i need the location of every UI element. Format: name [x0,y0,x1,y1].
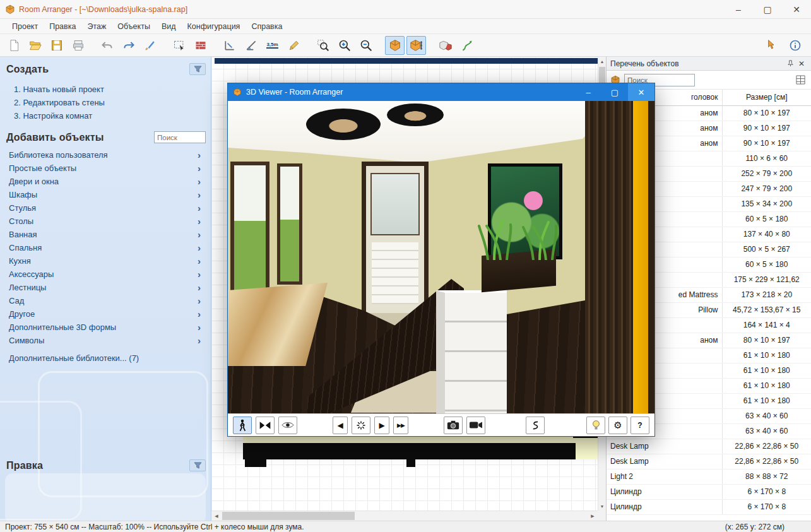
scroll-right-arrow[interactable]: ▶ [588,511,598,521]
viewer-close-button[interactable]: ✕ [628,83,654,101]
object-category-item[interactable]: Аксессуары › [9,268,206,281]
pen-icon[interactable] [284,36,304,55]
view-3d-measure-button[interactable] [406,36,426,55]
object-category-item[interactable]: Символы › [9,334,206,347]
object-category-item[interactable]: Сад › [9,294,206,307]
viewer-3d-scene[interactable] [228,101,654,413]
menu-item[interactable]: Объекты [112,20,156,33]
object-category-item[interactable]: Двери и окна › [9,175,206,188]
object-category-item[interactable]: Простые объекты › [9,162,206,175]
walkthrough-path-icon[interactable] [457,36,477,55]
object-size-cell: 175 × 229 × 121,62 [722,272,811,287]
chevron-right-icon: › [198,231,201,239]
zoom-out-icon[interactable] [356,36,376,55]
undo-icon[interactable] [97,36,117,55]
object-category-item[interactable]: Лестницы › [9,281,206,294]
info-icon[interactable] [785,36,805,55]
angle-dimension-icon[interactable] [241,36,261,55]
fly-mode-button[interactable] [256,417,275,434]
minimize-button[interactable]: – [724,0,753,19]
panel-close-button[interactable]: ✕ [796,59,807,69]
new-icon[interactable] [4,36,23,55]
maximize-button[interactable]: ▢ [753,0,782,19]
object-category-item[interactable]: Спальня › [9,241,206,254]
open-icon[interactable] [25,36,45,55]
dimension-icon[interactable] [220,36,239,55]
light-settings-button[interactable] [586,417,605,434]
step-back-button[interactable]: ◀ [333,417,348,434]
snapshot-button[interactable] [444,417,463,434]
settings-button[interactable]: ⚙ [608,417,627,434]
fast-forward-button[interactable]: ▶▶ [393,417,408,434]
object-category-item[interactable]: Библиотека пользователя › [9,148,206,162]
objects-3d-icon[interactable] [435,36,455,55]
viewer-window[interactable]: 3D Viewer - Room Arranger – ▢ ✕ [227,83,655,437]
sidebar: Создать 1. Начать новый проект2. Редакти… [0,57,211,521]
menu-item[interactable]: Вид [156,20,182,33]
menu-item[interactable]: Справка [246,20,288,33]
scroll-left-arrow[interactable]: ◀ [211,511,222,521]
scroll-up-arrow[interactable]: ▲ [598,57,606,66]
object-size-cell: 88 × 88 × 72 [722,469,811,484]
play-button[interactable]: ▶ [374,417,389,434]
close-button[interactable]: ✕ [782,0,811,19]
help-button[interactable]: ? [630,417,649,434]
horizontal-scroll-thumb[interactable] [222,512,355,520]
save-icon[interactable] [47,36,66,55]
viewer-maximize-button[interactable]: ▢ [601,83,628,101]
panel-pin-button[interactable] [784,59,796,69]
status-bar: Проект: 755 × 540 см -- Масштаб: 100% --… [0,521,811,532]
column-settings-button[interactable] [793,74,807,86]
edit-filter-button[interactable] [189,459,206,471]
view-3d-button[interactable] [385,36,405,55]
object-category-label: Другое [9,309,35,319]
select-area-icon[interactable] [169,36,189,55]
more-libraries-link[interactable]: Дополнительные библиотеки... (7) [0,347,211,364]
menu-item[interactable]: Проект [6,20,44,33]
chevron-right-icon: › [198,151,201,159]
print-icon[interactable] [68,36,88,55]
object-category-item[interactable]: Кухня › [9,254,206,268]
edit-section-header: Правка [0,453,211,474]
object-category-item[interactable]: Стулья › [9,201,206,215]
viewer-minimize-button[interactable]: – [575,83,601,101]
wall-icon[interactable] [191,36,210,55]
object-row[interactable]: Цилиндр 6 × 170 × 8 [607,484,811,499]
walk-mode-button[interactable] [233,417,252,434]
create-step-link[interactable]: 2. Редактировать стены [14,96,204,109]
viewer-title-bar[interactable]: 3D Viewer - Room Arranger – ▢ ✕ [228,83,654,101]
scroll-down-arrow[interactable]: ▼ [598,502,606,511]
orbit-center-button[interactable] [352,417,370,434]
object-search-input[interactable] [154,131,206,143]
object-row[interactable]: Цилиндр 6 × 170 × 8 [607,499,811,514]
stereo-view-button[interactable] [526,417,545,434]
object-row[interactable]: Light 2 88 × 88 × 72 [607,469,811,484]
object-category-item[interactable]: Дополнительные 3D формы › [9,321,206,334]
object-size-cell: 500 × 5 × 267 [722,242,811,257]
menu-item[interactable]: Правка [44,20,81,33]
create-step-link[interactable]: 1. Начать новый проект [14,83,204,96]
look-mode-button[interactable] [278,417,297,434]
chevron-right-icon: › [198,191,201,199]
object-category-item[interactable]: Другое › [9,307,206,321]
menu-item[interactable]: Конфигурация [182,20,246,33]
format-brush-icon[interactable] [140,36,160,55]
object-category-item[interactable]: Ванная › [9,228,206,241]
zoom-area-icon[interactable] [313,36,333,55]
zoom-in-icon[interactable] [334,36,354,55]
object-row[interactable]: Desk Lamp 22,86 × 22,86 × 50 [607,439,811,454]
record-video-button[interactable] [466,417,485,434]
pointer-icon[interactable] [761,36,780,55]
object-category-item[interactable]: Столы › [9,215,206,228]
object-name-cell: Light 2 [607,469,722,484]
plan-wall-stub [245,459,266,467]
object-row[interactable]: Desk Lamp 22,86 × 22,86 × 50 [607,454,811,469]
menu-item[interactable]: Этаж [81,20,112,33]
create-filter-button[interactable] [189,63,206,75]
redo-icon[interactable] [119,36,138,55]
tape-measure-icon[interactable]: 3,5m [263,36,282,55]
plan-horizontal-scrollbar[interactable]: ◀ ▶ [211,511,598,521]
column-header-size[interactable]: Размер [см] [722,90,811,105]
create-step-link[interactable]: 3. Настройка комнат [14,109,204,122]
object-category-item[interactable]: Шкафы › [9,188,206,201]
